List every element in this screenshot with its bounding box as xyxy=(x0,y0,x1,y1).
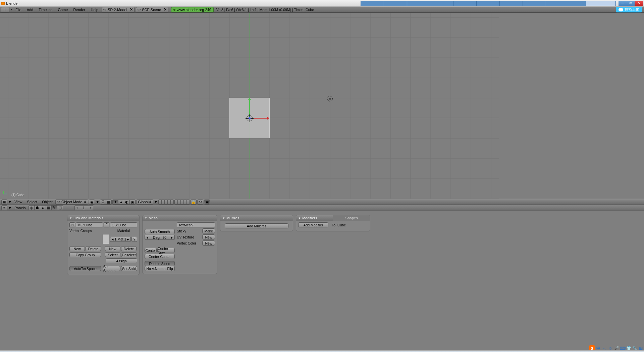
context-scene-icon[interactable]: ⬚ xyxy=(57,205,63,210)
menu-help[interactable]: Help xyxy=(88,8,101,12)
vg-new-button[interactable]: New xyxy=(69,246,85,251)
taskbar xyxy=(0,350,644,352)
panel-title: Multires xyxy=(226,216,239,220)
render-preview-icon[interactable]: ⟲ xyxy=(197,200,203,205)
auto-smooth-button[interactable]: Auto Smooth xyxy=(145,229,175,234)
mat-assign-button[interactable]: Assign xyxy=(106,258,137,263)
context-script-icon[interactable]: ☗ xyxy=(34,205,40,210)
context-shading-icon[interactable]: ● xyxy=(40,205,46,210)
x-axis-arrow[interactable] xyxy=(253,118,269,119)
menu-timeline[interactable]: Timeline xyxy=(36,8,55,12)
vg-delete-button[interactable]: Delete xyxy=(86,246,101,251)
panel-title: Mesh xyxy=(149,216,158,220)
header-stats: Ve:8 | Fa:6 | Ob:3-1 | La:1 | Mem:1.00M … xyxy=(216,8,314,12)
uvtex-new-button[interactable]: New xyxy=(202,234,215,239)
modifiers-panel: ▼Modifiers Shapes Add Modifier To: Cube xyxy=(296,215,370,231)
vcol-label: Vertex Color xyxy=(177,241,202,245)
lock-icon[interactable]: 🔒 xyxy=(191,200,197,205)
info-header: i ▼ File Add Timeline Game Render Help ⇔… xyxy=(0,7,644,13)
3d-viewport[interactable]: (1) Cube xyxy=(0,13,644,199)
mat-select-button[interactable]: Select xyxy=(105,252,120,257)
close-button[interactable]: ✕ xyxy=(635,1,643,6)
maximize-button[interactable]: ▭ xyxy=(627,1,635,6)
menu-render[interactable]: Render xyxy=(70,8,88,12)
menu-file[interactable]: File xyxy=(13,8,24,12)
fake-user-button[interactable]: F xyxy=(104,222,109,227)
minimize-button[interactable]: — xyxy=(619,1,627,6)
context-editing-icon[interactable]: ✎ xyxy=(51,205,57,210)
menu-add[interactable]: Add xyxy=(24,8,36,12)
set-solid-button[interactable]: Set Solid xyxy=(121,266,137,271)
mat-delete-button[interactable]: Delete xyxy=(121,246,137,251)
os-titlebar: Blender — ▭ ✕ xyxy=(0,0,644,7)
material-index-field[interactable]: ◂1 Mat 1▸ xyxy=(110,237,131,242)
multires-panel: ▼Multires Add Multires xyxy=(220,215,293,231)
material-help-button[interactable]: ? xyxy=(131,237,137,242)
screen-selector[interactable]: ⇔ SR:2-Model✕ xyxy=(102,7,135,12)
window-type-icon[interactable]: i xyxy=(1,7,9,12)
cloud-icon xyxy=(619,8,623,11)
no-vnormal-flip-button[interactable]: No V.Normal Flip xyxy=(145,266,175,271)
center-cursor-button[interactable]: Center Cursor xyxy=(145,254,175,259)
menu-game[interactable]: Game xyxy=(55,8,70,12)
me-name-field[interactable]: ME:Cube xyxy=(76,222,103,227)
layers-group-2 xyxy=(174,200,190,205)
render-border-icon[interactable]: ▣ xyxy=(204,200,210,205)
center-new-button[interactable]: Center New xyxy=(157,248,175,253)
double-sided-button[interactable]: Double Sided xyxy=(145,261,175,266)
3d-cursor[interactable] xyxy=(247,115,253,121)
context-logic-icon[interactable]: ◎ xyxy=(29,205,35,210)
mode-selector[interactable]: ⤱ Object Mode ⇕ xyxy=(55,200,88,205)
url-banner[interactable]: www.blender.org 249 xyxy=(171,7,214,12)
texmesh-field[interactable]: TexMesh: xyxy=(177,222,215,227)
mesh-panel: ▼Mesh Auto Smooth ◂Degr: 30▸ TexMesh: St… xyxy=(142,215,217,274)
ob-name-field[interactable]: OB:Cube xyxy=(110,222,137,227)
panels-label: Panels xyxy=(12,206,28,210)
context-object-icon[interactable]: ▦ xyxy=(46,205,52,210)
add-modifier-button[interactable]: Add Modifier xyxy=(298,222,328,227)
scene-close-icon[interactable]: ✕ xyxy=(164,7,167,12)
sticky-make-button[interactable]: Make xyxy=(202,228,215,233)
vcol-new-button[interactable]: New xyxy=(202,240,215,246)
active-object-label: (1) Cube xyxy=(11,193,24,197)
object-menu[interactable]: Object xyxy=(40,200,55,204)
me-browse-icon[interactable]: ⇔ xyxy=(69,222,75,227)
pivot-group: Ω ▦ xyxy=(100,200,112,205)
degr-field[interactable]: ◂Degr: 30▸ xyxy=(145,235,175,240)
layer-btn[interactable] xyxy=(186,200,190,205)
view3d-editor-icon[interactable]: ⊞ xyxy=(1,200,7,205)
set-smooth-button[interactable]: Set Smooth xyxy=(103,266,120,271)
scale-icon[interactable]: ▣ xyxy=(129,200,136,205)
manipulator-toggle[interactable]: ✦ xyxy=(112,200,118,205)
material-label: Material xyxy=(117,229,130,233)
material-swatch[interactable] xyxy=(103,234,109,244)
layer-btn[interactable] xyxy=(170,200,174,205)
mat-new-button[interactable]: New xyxy=(105,246,120,251)
copy-group-button[interactable]: Copy Group xyxy=(69,252,101,257)
autotexspace-button[interactable]: AutoTexSpace xyxy=(69,266,101,271)
translate-icon[interactable]: ▲ xyxy=(118,200,124,205)
buttons-editor-icon[interactable]: ≡ xyxy=(1,205,7,210)
lamp-object[interactable] xyxy=(327,96,333,101)
shading-icon[interactable]: ◉ xyxy=(89,200,95,205)
context-group: ◎ ☗ ● ▦ ✎ ⬚ xyxy=(29,205,63,210)
sticky-label: Sticky xyxy=(177,229,202,233)
rotate-icon[interactable]: ◐ xyxy=(124,200,130,205)
frame-field[interactable]: ◂1▸ xyxy=(74,205,93,210)
pivot-toggle[interactable]: ▦ xyxy=(106,200,112,205)
shapes-tab[interactable]: Shapes xyxy=(345,216,358,220)
background-tabs xyxy=(361,1,616,6)
select-menu[interactable]: Select xyxy=(25,200,40,204)
manipulator-group: ✦ ▲ ◐ ▣ xyxy=(112,200,136,205)
orientation-selector[interactable]: Global ⇕ xyxy=(136,200,153,205)
scene-selector[interactable]: ⇔ SCE:Scene✕ xyxy=(136,7,168,12)
mat-deselect-button[interactable]: Deselect xyxy=(121,252,137,257)
upload-badge[interactable]: 抓挠上传 xyxy=(616,7,642,12)
add-multires-button[interactable]: Add Multires xyxy=(225,223,288,228)
view-menu[interactable]: View xyxy=(12,200,24,204)
center-button[interactable]: Center xyxy=(145,248,157,253)
screen-close-icon[interactable]: ✕ xyxy=(130,7,133,12)
uvtex-label: UV Texture xyxy=(177,235,202,239)
modifiers-tab[interactable]: Modifiers xyxy=(302,216,317,220)
pivot-icon[interactable]: Ω xyxy=(100,200,106,205)
